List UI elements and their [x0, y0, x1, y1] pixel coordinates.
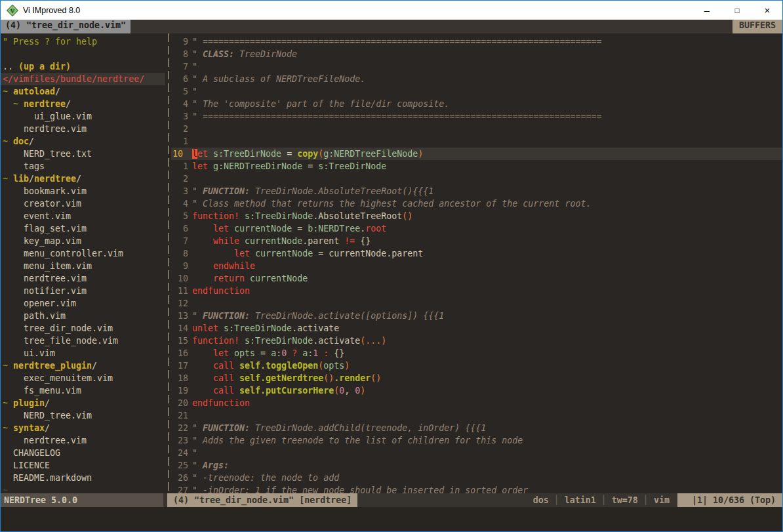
line-number: 15: [171, 335, 188, 347]
line-number: 12: [171, 297, 188, 310]
nerdtree-item[interactable]: NERD_tree.vim: [3, 409, 165, 422]
line-number: 10: [171, 148, 188, 160]
close-button[interactable]: ×: [752, 1, 782, 20]
line-number: 22: [171, 422, 188, 434]
line-number: 6: [171, 222, 188, 235]
nerdtree-item[interactable]: tags: [3, 160, 165, 173]
code-line[interactable]: 3" FUNCTION: TreeDirNode.AbsoluteTreeRoo…: [171, 185, 782, 197]
code-line[interactable]: 1: [171, 135, 782, 148]
code-line[interactable]: 7": [171, 60, 782, 73]
code-line[interactable]: 16 let opts = a:0 ? a:1 : {}: [171, 347, 782, 359]
nerdtree-item[interactable]: ~: [3, 484, 165, 493]
code-line[interactable]: 7 while currentNode.parent != {}: [171, 235, 782, 247]
code-line[interactable]: 27" -inOrder: 1 if the new node should b…: [171, 484, 782, 493]
nerdtree-item[interactable]: key_map.vim: [3, 235, 165, 247]
nerdtree-item[interactable]: event.vim: [3, 210, 165, 222]
code-line[interactable]: 24": [171, 447, 782, 459]
nerdtree-item[interactable]: tree_dir_node.vim: [3, 322, 165, 335]
statusline-flag: vim: [654, 495, 670, 505]
code-line[interactable]: 2: [171, 123, 782, 135]
main-area: " Press ? for help.. (up a dir)</vimfile…: [1, 33, 782, 493]
statusline: NERDTree 5.0.0 (4) "tree_dir_node.vim" […: [1, 493, 782, 507]
code-line[interactable]: 1let g:NERDTreeDirNode = s:TreeDirNode: [171, 160, 782, 173]
code-line[interactable]: 10 return currentNode: [171, 272, 782, 285]
code-line[interactable]: 22" FUNCTION: TreeDirNode.addChild(treen…: [171, 422, 782, 434]
nerdtree-item[interactable]: ~ nerdtree_plugin/: [3, 359, 165, 372]
nerdtree-item[interactable]: " Press ? for help: [3, 35, 165, 48]
code-line[interactable]: 2: [171, 173, 782, 185]
code-line[interactable]: 14unlet s:TreeDirNode.activate: [171, 322, 782, 335]
nerdtree-item[interactable]: CHANGELOG: [3, 447, 165, 459]
maximize-button[interactable]: □: [722, 1, 752, 20]
code-line[interactable]: 23" Adds the given treenode to the list …: [171, 434, 782, 447]
nerdtree-item[interactable]: LICENCE: [3, 459, 165, 472]
line-number: 14: [171, 322, 188, 335]
nerdtree-item[interactable]: notifier.vim: [3, 285, 165, 297]
nerdtree-item[interactable]: ~ doc/: [3, 135, 165, 148]
nerdtree-item[interactable]: fs_menu.vim: [3, 384, 165, 397]
nerdtree-item[interactable]: path.vim: [3, 310, 165, 322]
line-number: 19: [171, 384, 188, 397]
nerdtree-item[interactable]: </vimfiles/bundle/nerdtree/: [1, 73, 165, 85]
statusline-flag: tw=78: [612, 495, 638, 505]
nerdtree-item[interactable]: nerdtree.vim: [3, 123, 165, 135]
nerdtree-item[interactable]: NERD_tree.txt: [3, 148, 165, 160]
code-line[interactable]: 25" Args:: [171, 459, 782, 472]
nerdtree-item[interactable]: creator.vim: [3, 197, 165, 210]
code-line[interactable]: 12: [171, 297, 782, 310]
nerdtree-item[interactable]: ui_glue.vim: [3, 110, 165, 123]
nerdtree-item[interactable]: exec_menuitem.vim: [3, 372, 165, 384]
code-line[interactable]: 4" Class method that returns the highest…: [171, 197, 782, 210]
nerdtree-item[interactable]: bookmark.vim: [3, 185, 165, 197]
code-line[interactable]: 5": [171, 85, 782, 98]
code-line[interactable]: 18 call self.getNerdtree().render(): [171, 372, 782, 384]
code-line-current[interactable]: 10let s:TreeDirNode = copy(g:NERDTreeFil…: [171, 148, 782, 160]
nerdtree-item[interactable]: ~ plugin/: [3, 397, 165, 409]
minimize-icon: –: [704, 5, 710, 16]
tab-tree-dir-node[interactable]: (4) "tree_dir_node.vim": [1, 20, 130, 33]
nerdtree-item[interactable]: ~ nerdtree/: [3, 98, 165, 110]
nerdtree-item[interactable]: flag_set.vim: [3, 222, 165, 235]
line-number: 9: [171, 35, 188, 48]
code-line[interactable]: 13" FUNCTION: TreeDirNode.activate([opti…: [171, 310, 782, 322]
code-line[interactable]: 6 let currentNode = b:NERDTree.root: [171, 222, 782, 235]
nerdtree-item[interactable]: menu_controller.vim: [3, 247, 165, 260]
code-line[interactable]: 9 endwhile: [171, 260, 782, 272]
code-line[interactable]: 19 call self.putCursorHere(0, 0): [171, 384, 782, 397]
nerdtree-item[interactable]: tree_file_node.vim: [3, 335, 165, 347]
nerdtree-item[interactable]: nerdtree.vim: [3, 272, 165, 285]
code-line[interactable]: 20endfunction: [171, 397, 782, 409]
nerdtree-item[interactable]: .. (up a dir): [3, 60, 165, 73]
code-line[interactable]: 17 call self.toggleOpen(opts): [171, 359, 782, 372]
tabline-spacer: [130, 20, 733, 33]
code-line[interactable]: 8 let currentNode = currentNode.parent: [171, 247, 782, 260]
code-line[interactable]: 15function! s:TreeDirNode.activate(...): [171, 335, 782, 347]
line-number: 23: [171, 434, 188, 447]
command-line[interactable]: [1, 507, 782, 531]
line-number: 21: [171, 409, 188, 422]
line-number: 5: [171, 85, 188, 98]
nerdtree-item[interactable]: [3, 48, 165, 60]
nerdtree-item[interactable]: README.markdown: [3, 472, 165, 484]
code-line[interactable]: 26" -treenode: the node to add: [171, 472, 782, 484]
nerdtree-item[interactable]: ui.vim: [3, 347, 165, 359]
code-line[interactable]: 21: [171, 409, 782, 422]
nerdtree-item[interactable]: menu_item.vim: [3, 260, 165, 272]
editor-pane[interactable]: 9" =====================================…: [171, 33, 782, 493]
nerdtree-item[interactable]: nerdtree.vim: [3, 434, 165, 447]
nerdtree-item[interactable]: ~ lib/nerdtree/: [3, 173, 165, 185]
code-line[interactable]: 4" The 'composite' part of the file/dir …: [171, 98, 782, 110]
statusline-flag: dos: [533, 495, 549, 505]
code-line[interactable]: 5function! s:TreeDirNode.AbsoluteTreeRoo…: [171, 210, 782, 222]
nerdtree-item[interactable]: ~ autoload/: [3, 85, 165, 98]
nerdtree-item[interactable]: opener.vim: [3, 297, 165, 310]
code-line[interactable]: 9" =====================================…: [171, 35, 782, 48]
nerdtree-panel[interactable]: " Press ? for help.. (up a dir)</vimfile…: [1, 33, 165, 493]
minimize-button[interactable]: –: [692, 1, 722, 20]
nerdtree-item[interactable]: ~ syntax/: [3, 422, 165, 434]
code-line[interactable]: 8" CLASS: TreeDirNode: [171, 48, 782, 60]
svg-text:V: V: [10, 7, 15, 14]
code-line[interactable]: 6" A subclass of NERDTreeFileNode.: [171, 73, 782, 85]
code-line[interactable]: 3" =====================================…: [171, 110, 782, 123]
code-line[interactable]: 11endfunction: [171, 285, 782, 297]
